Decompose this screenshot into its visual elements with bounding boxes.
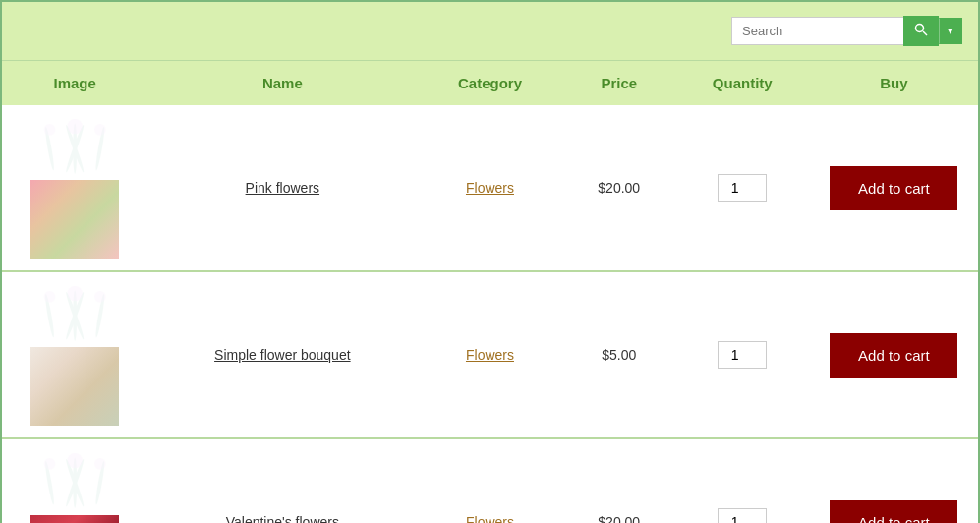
quantity-input[interactable] <box>718 341 767 369</box>
product-table: Image Name Category Price Quantity Buy <box>2 61 978 523</box>
product-category-link[interactable]: Flowers <box>466 514 514 523</box>
product-name-cell: Simple flower bouquet <box>147 271 417 438</box>
product-category-cell: Flowers <box>417 271 562 438</box>
svg-line-1 <box>923 31 927 35</box>
floral-watermark <box>12 117 138 180</box>
svg-point-0 <box>916 25 924 32</box>
svg-point-25 <box>94 458 106 470</box>
add-to-cart-button[interactable]: Add to cart <box>830 166 957 210</box>
svg-point-13 <box>44 294 56 338</box>
floral-watermark <box>12 284 138 347</box>
product-image-cell <box>2 438 147 523</box>
table-row: Valentine's flowers Flowers $20.00 Add t… <box>2 438 978 523</box>
col-header-name: Name <box>147 61 417 105</box>
svg-point-24 <box>44 458 56 470</box>
product-image-cell <box>2 271 147 438</box>
product-name-cell: Pink flowers <box>147 105 417 271</box>
quantity-input[interactable] <box>718 508 767 523</box>
add-to-cart-button[interactable]: Add to cart <box>830 500 957 523</box>
col-header-category: Category <box>417 61 562 105</box>
product-buy-cell: Add to cart <box>810 105 978 271</box>
col-header-quantity: Quantity <box>675 61 810 105</box>
svg-point-8 <box>44 124 56 136</box>
table-row: Pink flowers Flowers $20.00 Add to cart <box>2 105 978 271</box>
add-to-cart-button[interactable]: Add to cart <box>830 333 957 378</box>
svg-point-12 <box>65 291 86 340</box>
product-image <box>30 515 119 523</box>
svg-point-7 <box>67 119 82 134</box>
product-image <box>30 180 119 259</box>
svg-point-17 <box>94 291 106 303</box>
search-wrapper: ▾ <box>731 16 962 46</box>
floral-watermark <box>12 451 138 514</box>
product-price-cell: $5.00 <box>563 271 675 438</box>
search-icon <box>914 23 928 36</box>
search-dropdown-button[interactable]: ▾ <box>939 18 962 44</box>
product-quantity-cell <box>675 438 810 523</box>
quantity-input[interactable] <box>718 174 767 202</box>
table-row: Simple flower bouquet Flowers $5.00 Add … <box>2 271 978 438</box>
svg-point-6 <box>94 127 106 171</box>
svg-point-15 <box>67 286 82 301</box>
svg-point-22 <box>94 461 106 505</box>
svg-point-14 <box>94 294 106 338</box>
product-price-cell: $20.00 <box>563 438 675 523</box>
col-header-image: Image <box>2 61 147 105</box>
search-button[interactable] <box>903 16 939 46</box>
svg-point-5 <box>44 127 56 171</box>
svg-point-9 <box>94 124 106 136</box>
product-image-cell <box>2 105 147 271</box>
product-price-cell: $20.00 <box>563 105 675 271</box>
header: ▾ <box>2 2 978 61</box>
product-price: $20.00 <box>598 514 640 523</box>
svg-point-2 <box>65 124 86 173</box>
search-input[interactable] <box>731 17 903 45</box>
product-name-cell: Valentine's flowers <box>147 438 417 523</box>
svg-point-3 <box>73 123 77 173</box>
chevron-down-icon: ▾ <box>948 25 953 36</box>
product-buy-cell: Add to cart <box>810 271 978 438</box>
product-name-link[interactable]: Pink flowers <box>246 180 319 196</box>
product-name-link[interactable]: Valentine's flowers <box>226 514 339 523</box>
svg-point-19 <box>73 458 77 508</box>
svg-point-10 <box>65 291 86 340</box>
product-price: $20.00 <box>598 180 640 196</box>
col-header-buy: Buy <box>810 61 978 105</box>
svg-point-21 <box>44 461 56 505</box>
product-buy-cell: Add to cart <box>810 438 978 523</box>
svg-point-11 <box>73 291 77 341</box>
svg-point-4 <box>65 124 86 173</box>
product-category-cell: Flowers <box>417 105 562 271</box>
product-price: $5.00 <box>602 347 636 363</box>
svg-point-16 <box>44 291 56 303</box>
svg-point-20 <box>65 459 86 508</box>
product-image <box>30 347 119 426</box>
product-quantity-cell <box>675 105 810 271</box>
product-category-cell: Flowers <box>417 438 562 523</box>
product-name-link[interactable]: Simple flower bouquet <box>214 347 351 363</box>
product-category-link[interactable]: Flowers <box>466 180 514 196</box>
svg-point-18 <box>65 459 86 508</box>
product-quantity-cell <box>675 271 810 438</box>
product-category-link[interactable]: Flowers <box>466 347 514 363</box>
svg-point-23 <box>67 453 82 468</box>
col-header-price: Price <box>563 61 675 105</box>
table-header-row: Image Name Category Price Quantity Buy <box>2 61 978 105</box>
